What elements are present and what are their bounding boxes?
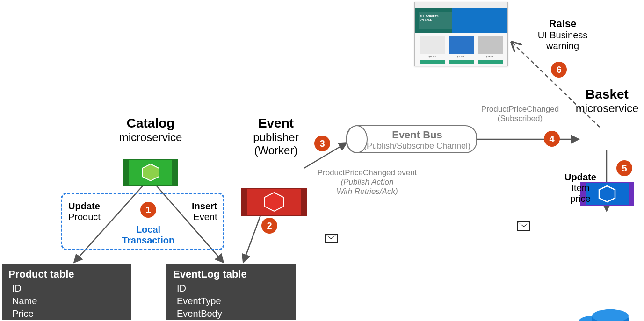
catalog-subtitle: microservice (109, 131, 193, 144)
step-1-badge: 1 (140, 202, 156, 218)
event-bus: Event Bus (Publish/Subscribe Channel) (346, 125, 477, 153)
step-3-badge: 3 (314, 136, 330, 151)
eventlog-table-row: EventBody (173, 307, 289, 320)
step-5-badge: 5 (616, 160, 632, 176)
browser-hero: ALL T-SHIRTS ON SALE (415, 8, 507, 33)
raise-warning-label: Raise UI Business warning (528, 18, 598, 51)
product-table-panel: Product table ID Name Price //etc (2, 264, 131, 320)
browser-hero-text: ALL T-SHIRTS ON SALE (420, 15, 439, 21)
eventlog-table-panel: EventLog table ID EventType EventBody St… (166, 264, 296, 320)
event-publisher-sub2: (Worker) (239, 144, 313, 157)
product-table-row: Name (8, 295, 124, 307)
browser-product-grid: $8.50 $12.00 $15.00 (415, 33, 507, 66)
envelope-icon (517, 221, 530, 231)
product-table-row: Price (8, 307, 124, 320)
architecture-diagram: Catalog microservice Event publisher (Wo… (0, 0, 644, 321)
local-transaction-text: Local Transaction (118, 224, 179, 246)
step-2-badge: 2 (261, 218, 277, 234)
browser-product-card: $8.50 (420, 36, 445, 64)
envelope-icon (325, 234, 338, 243)
insert-event-label: Insert Event (192, 201, 217, 222)
browser-product-card: $15.00 (478, 36, 503, 64)
product-table-row: ID (8, 282, 124, 295)
basket-subtitle: microservice (570, 102, 644, 115)
event-publisher-service-icon (241, 188, 307, 216)
basket-title: Basket (570, 87, 644, 102)
basket-label: Basket microservice (570, 87, 644, 115)
eventlog-table-row: EventType (173, 295, 289, 307)
step-4-badge: 4 (544, 131, 560, 147)
svg-marker-9 (599, 186, 615, 202)
subscribe-label: ProductPriceChanged (Subscribed) (473, 105, 567, 123)
event-publisher-label: Event publisher (Worker) (239, 116, 313, 157)
eventlog-table-header: EventLog table (173, 268, 289, 280)
product-table-header: Product table (8, 268, 124, 280)
svg-marker-8 (265, 193, 283, 211)
eventlog-table-row: ID (173, 282, 289, 295)
event-publisher-title: Event (239, 116, 313, 131)
catalog-title: Catalog (109, 116, 193, 131)
update-item-label: Update Item price (559, 172, 601, 204)
database-icon: ⚡ (578, 309, 634, 321)
catalog-service-icon (123, 159, 178, 186)
svg-marker-7 (142, 164, 159, 181)
browser-chrome-bar (415, 2, 507, 8)
browser-screenshot: ALL T-SHIRTS ON SALE $8.50 $12.00 $15.00 (414, 2, 508, 66)
browser-product-card: $12.00 (449, 36, 474, 64)
step-6-badge: 6 (551, 62, 567, 78)
publish-label: ProductPriceChanged event (Publish Actio… (313, 168, 421, 196)
catalog-label: Catalog microservice (109, 116, 193, 144)
update-product-label: Update Product (68, 201, 101, 222)
event-bus-cap (346, 125, 368, 153)
event-publisher-sub1: publisher (239, 131, 313, 144)
